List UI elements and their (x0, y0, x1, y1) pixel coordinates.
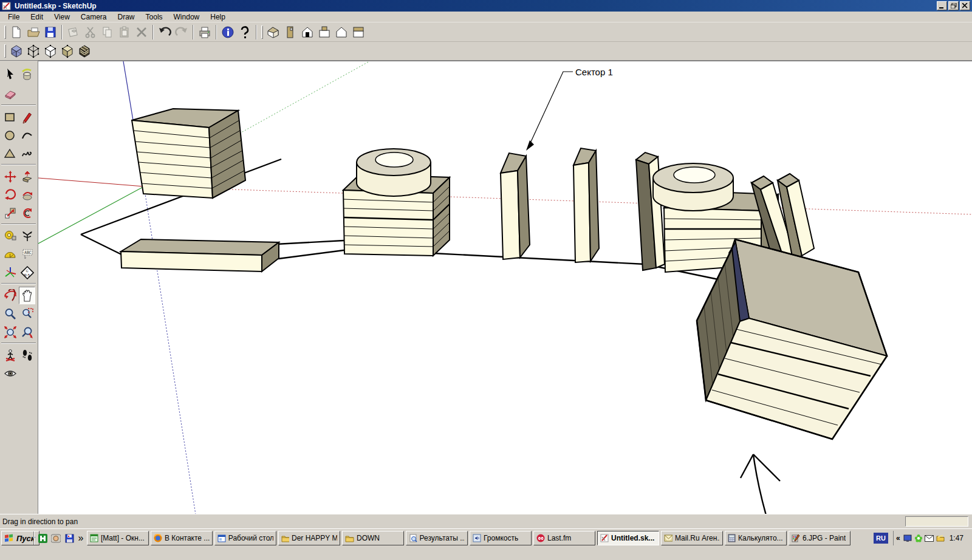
measurements-box[interactable] (905, 516, 968, 527)
model-info-button[interactable] (219, 24, 236, 40)
display-tray-icon[interactable] (903, 533, 912, 543)
mail-tray-icon[interactable] (925, 533, 934, 543)
menu-draw[interactable]: Draw (112, 12, 140, 22)
quick-launch-viewer-icon[interactable] (50, 532, 62, 544)
eraser-tool[interactable] (2, 85, 18, 103)
menu-edit[interactable]: Edit (25, 12, 49, 22)
quick-launch-save-icon[interactable] (63, 532, 75, 544)
flat-plank[interactable] (121, 239, 279, 271)
move-tool[interactable] (2, 168, 18, 185)
messenger-tray-icon[interactable] (936, 533, 945, 543)
task-button[interactable]: Last.fm (533, 531, 595, 545)
pan-tool[interactable] (19, 287, 35, 304)
paint-bucket-tool[interactable] (19, 66, 35, 83)
stacked-box-left[interactable] (132, 109, 245, 198)
zoom-window-tool[interactable] (19, 305, 35, 323)
protractor-tool[interactable] (2, 245, 18, 263)
undo-button[interactable] (156, 24, 173, 40)
task-button[interactable]: [Matt] - Окн... (87, 531, 149, 545)
menu-camera[interactable]: Camera (75, 12, 112, 22)
save-button[interactable] (42, 24, 59, 40)
ring-cylinder-center[interactable] (357, 149, 431, 196)
toolbar-grip[interactable] (4, 26, 6, 39)
scale-tool[interactable] (2, 204, 18, 222)
copy-button[interactable] (99, 24, 116, 40)
task-button[interactable]: Громкость (470, 531, 532, 545)
thin-slab-2[interactable] (573, 148, 599, 262)
section-plane-tool[interactable]: CR-5 (19, 264, 35, 281)
toolbar-grip[interactable] (261, 26, 263, 39)
offset-tool[interactable] (19, 204, 35, 222)
print-button[interactable] (196, 24, 213, 40)
menu-file[interactable]: File (2, 12, 25, 22)
follow-me-tool[interactable] (19, 186, 35, 203)
task-button[interactable]: 6.JPG - Paint (789, 531, 850, 545)
xray-mode-button[interactable] (8, 43, 25, 60)
menu-help[interactable]: Help (205, 12, 231, 22)
cut-button[interactable] (82, 24, 99, 40)
help-button[interactable] (236, 24, 253, 40)
select-tool[interactable] (2, 66, 18, 83)
circle-tool[interactable] (2, 126, 18, 144)
zoom-tool[interactable] (2, 305, 18, 323)
sketch-arrow[interactable] (741, 454, 780, 514)
tray-chevron[interactable]: « (896, 534, 900, 542)
drawing-viewport[interactable]: Сектор 1 (38, 61, 972, 514)
view-iso-button[interactable] (265, 24, 282, 40)
menu-window[interactable]: Window (168, 12, 205, 22)
make-component-button[interactable] (65, 24, 82, 40)
text-tool[interactable]: ABC (19, 245, 35, 263)
arc-tool[interactable] (19, 126, 35, 144)
ring-cylinder-right[interactable] (653, 163, 733, 211)
icq-flower-tray-icon[interactable] (914, 533, 923, 543)
language-indicator[interactable]: RU (874, 533, 888, 544)
erase-button[interactable] (133, 24, 150, 40)
rotate-tool[interactable] (2, 186, 18, 203)
polygon-tool[interactable] (2, 145, 18, 162)
view-right-button[interactable] (316, 24, 333, 40)
task-button[interactable]: DOWN (342, 531, 404, 545)
task-button[interactable]: Der HAPPY M... (278, 531, 340, 545)
menu-tools[interactable]: Tools (140, 12, 168, 22)
task-button[interactable]: В Контакте ... (151, 531, 213, 545)
push-pull-tool[interactable] (19, 168, 35, 185)
task-button[interactable]: Рабочий стол (214, 531, 276, 545)
hidden-line-mode-button[interactable] (42, 43, 59, 60)
zoom-previous-tool[interactable] (19, 323, 35, 341)
toolbar-grip[interactable] (4, 44, 6, 58)
quick-launch-overflow-chevron[interactable]: » (77, 532, 85, 544)
orbit-tool[interactable] (2, 287, 18, 304)
position-camera-tool[interactable] (2, 346, 18, 364)
thin-slab-1[interactable] (501, 153, 530, 259)
new-document-button[interactable] (8, 24, 25, 40)
task-button[interactable]: Результаты ... (406, 531, 468, 545)
annotation-text[interactable]: Сектор 1 (575, 67, 613, 77)
rotated-cube[interactable] (697, 239, 887, 439)
redo-button[interactable] (173, 24, 190, 40)
paste-button[interactable] (116, 24, 133, 40)
quick-launch-media-icon[interactable] (36, 532, 49, 544)
shaded-textures-mode-button[interactable] (76, 43, 93, 60)
task-button-active[interactable]: Untitled.sk... (597, 531, 659, 545)
task-button[interactable]: Калькулято... (725, 531, 787, 545)
axes-tool[interactable] (2, 264, 18, 281)
view-left-button[interactable] (350, 24, 367, 40)
open-file-button[interactable] (25, 24, 42, 40)
annotation-leader[interactable]: Сектор 1 (526, 67, 613, 151)
minimize-button[interactable] (937, 1, 947, 10)
menu-view[interactable]: View (49, 12, 75, 22)
shaded-mode-button[interactable] (59, 43, 76, 60)
rectangle-tool[interactable] (2, 108, 18, 126)
view-back-button[interactable] (333, 24, 350, 40)
close-button[interactable] (960, 1, 970, 10)
dimension-tool[interactable] (19, 227, 35, 245)
look-around-tool[interactable] (2, 364, 18, 382)
zoom-extents-tool[interactable] (2, 323, 18, 341)
wireframe-mode-button[interactable] (25, 43, 42, 60)
tape-measure-tool[interactable] (2, 227, 18, 245)
freehand-tool[interactable] (19, 145, 35, 162)
task-button[interactable]: Mail.Ru Аген... (661, 531, 723, 545)
view-top-button[interactable] (282, 24, 299, 40)
walk-tool[interactable] (19, 346, 35, 364)
taskbar-clock[interactable]: 1:47 (950, 534, 963, 542)
